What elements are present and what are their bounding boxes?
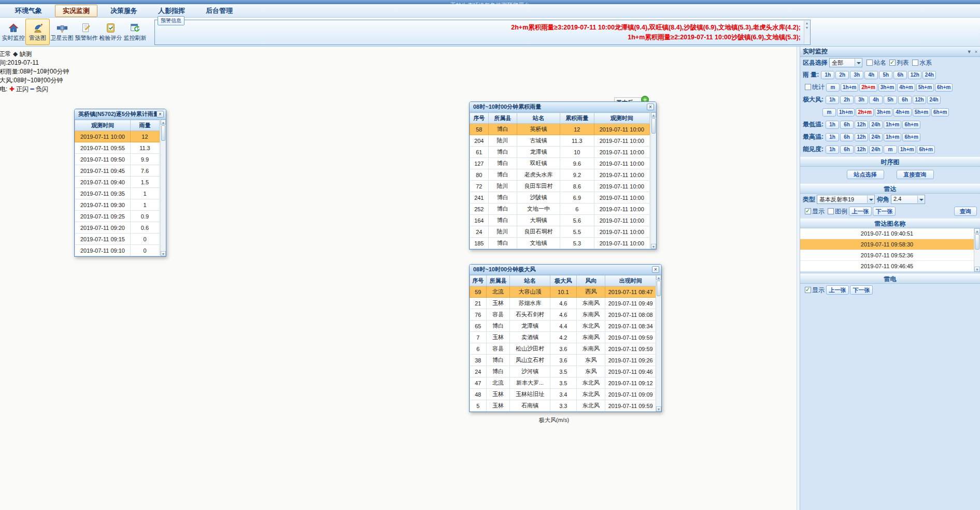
cell[interactable]: 东南风 (577, 298, 605, 309)
column-header[interactable]: 观测时间 (594, 113, 649, 124)
tmin-button-1h+m[interactable]: 1h+m (884, 121, 901, 129)
chevron-down-icon[interactable] (855, 59, 861, 66)
lightning-next-button[interactable]: 下一张 (850, 285, 873, 295)
cell[interactable]: 容县 (486, 309, 510, 320)
wind-button-6h[interactable]: 6h (898, 96, 912, 104)
wind-max-row[interactable]: 48玉林玉林站旧址3.4东北风2019-07-11 09:09 (470, 389, 656, 400)
wind-max-row[interactable]: 24博白沙河镇3.5东风2019-07-11 09:46 (470, 366, 656, 377)
timeseries-button[interactable]: 直接查询 (897, 170, 934, 179)
cell[interactable]: 47 (470, 377, 487, 389)
warnmake-button[interactable]: 预警制作 (74, 19, 98, 45)
cell[interactable]: 玉林站旧址 (510, 389, 550, 400)
cell[interactable]: 良田石垌村 (517, 226, 560, 238)
column-header[interactable]: 雨量 (130, 120, 159, 131)
wind-max-row[interactable]: 6容县松山沙田村3.6东南风2019-07-11 09:59 (470, 343, 656, 355)
wind-button-12h[interactable]: 12h (913, 96, 926, 104)
cell[interactable]: 2019-07-11 09:09 (605, 389, 656, 400)
cell[interactable]: 2019-07-11 08:34 (605, 320, 656, 332)
radar-show-checkbox[interactable] (805, 208, 811, 214)
cell[interactable]: 2019-07-11 09:12 (605, 377, 656, 389)
cell[interactable]: 2019-07-11 09:59 (605, 332, 656, 343)
cell[interactable]: 5 (470, 400, 487, 412)
cell[interactable]: 2019-07-11 09:55 (75, 142, 131, 154)
rain-sum-row[interactable]: 241博白沙陂镇6.92019-07-11 10:00 (470, 192, 650, 203)
cell[interactable]: 3.5 (550, 377, 576, 389)
panel-close-icon[interactable]: × (975, 49, 977, 54)
cell[interactable]: 2019-07-11 10:00 (594, 215, 649, 226)
cell[interactable]: 2019-07-11 10:00 (594, 238, 649, 249)
tmax-button-12h[interactable]: 12h (855, 133, 868, 141)
radar-image-item[interactable]: 2019-07-11 09:40:51 (800, 228, 974, 239)
wind-max-row[interactable]: 76容县石头石剑村4.6东南风2019-07-11 08:08 (470, 309, 656, 320)
cell[interactable]: 2019-07-11 09:15 (75, 234, 131, 245)
cell[interactable]: 3.4 (550, 389, 576, 400)
cell[interactable]: 玉林 (486, 298, 510, 309)
station-rain-window-titlebar[interactable]: 英桥镇(N5702)逐5分钟累计雨量 × (75, 109, 166, 120)
wind-max-row[interactable]: 7玉林卖酒镇4.2东南风2019-07-11 09:59 (470, 332, 656, 343)
cell[interactable]: 6 (560, 203, 594, 215)
cell[interactable]: 博白 (486, 366, 510, 377)
cell[interactable]: 38 (470, 355, 487, 366)
wind-max-row[interactable]: 59北流大容山顶10.1西风2019-07-11 08:47 (470, 286, 656, 298)
cell[interactable]: 博白 (486, 320, 510, 332)
scrollbar[interactable]: ▲▼ (656, 275, 661, 412)
cell[interactable]: 东北风 (577, 377, 605, 389)
visibility-button-1h[interactable]: 1h (826, 145, 839, 154)
cell[interactable]: 博白 (488, 158, 517, 169)
cell[interactable]: 2019-07-11 09:59 (605, 343, 656, 355)
rain-stat-button-5h+m[interactable]: 5h+m (916, 83, 934, 92)
radar-type-select[interactable]: 基本反射率19 (817, 195, 875, 204)
lightning-prev-button[interactable]: 上一张 (826, 285, 849, 295)
水系-checkbox[interactable] (912, 60, 918, 66)
visibility-button-m[interactable]: m (884, 145, 897, 154)
cell[interactable]: 2019-07-11 09:46 (605, 366, 656, 377)
cell[interactable]: 3.5 (550, 366, 576, 377)
cell[interactable]: 252 (470, 203, 489, 215)
cell[interactable]: 2019-07-11 08:47 (605, 286, 656, 298)
cell[interactable]: 58 (470, 124, 489, 135)
station-rain-row[interactable]: 2019-07-11 09:200.6 (75, 222, 160, 234)
rain-sum-row[interactable]: 204陆川古城镇11.32019-07-11 10:00 (470, 135, 650, 147)
rain-sum-row[interactable]: 252博白文地一中62019-07-11 10:00 (470, 203, 650, 215)
cell[interactable]: 2019-07-11 09:35 (75, 188, 131, 199)
rain-sum-row[interactable]: 185博白文地镇5.32019-07-11 10:00 (470, 238, 650, 249)
column-header[interactable]: 累积雨量 (560, 113, 594, 124)
cell[interactable]: 72 (470, 181, 489, 192)
tmax-button-1h[interactable]: 1h (826, 133, 839, 141)
rain-stat-button-3h+m[interactable]: 3h+m (878, 83, 896, 92)
wind-button-3h[interactable]: 3h (855, 96, 868, 104)
cell[interactable]: 5.3 (560, 238, 594, 249)
cell[interactable]: 双旺镇 (517, 158, 560, 169)
scroll-down-icon[interactable]: ▼ (974, 267, 980, 272)
scroll-up-icon[interactable]: ▲ (974, 228, 980, 234)
tmin-button-24h[interactable]: 24h (869, 121, 883, 129)
tmax-button-6h[interactable]: 6h (840, 133, 854, 141)
wind-button-4h[interactable]: 4h (869, 96, 883, 104)
cell[interactable]: 59 (470, 286, 487, 298)
cell[interactable]: 2019-07-11 09:25 (75, 211, 131, 222)
wind-stat-button-1h+m[interactable]: 1h+m (837, 108, 855, 116)
rain-button-5h[interactable]: 5h (879, 71, 892, 79)
cell[interactable]: 卖酒镇 (510, 332, 550, 343)
cell[interactable]: 2019-07-11 10:00 (594, 135, 649, 147)
scroll-thumb[interactable] (651, 118, 656, 134)
scroll-down-icon[interactable]: ▼ (651, 244, 656, 249)
cell[interactable]: 10 (560, 147, 594, 158)
cell[interactable]: 玉林 (486, 332, 510, 343)
cell[interactable]: 9.2 (560, 169, 594, 181)
tmax-button-24h[interactable]: 24h (869, 133, 883, 141)
cell[interactable]: 博白 (486, 355, 510, 366)
wind-stat-button-6h+m[interactable]: 6h+m (931, 108, 949, 116)
cell[interactable]: 文地一中 (517, 203, 560, 215)
scrollbar[interactable]: ▲▼ (160, 120, 166, 256)
station-rain-row[interactable]: 2019-07-11 09:509.9 (75, 154, 160, 165)
cell[interactable]: 76 (470, 309, 487, 320)
satellite-button[interactable]: 卫星云图 (50, 19, 74, 45)
scroll-thumb[interactable] (161, 125, 165, 141)
wind-stat-button-4h+m[interactable]: 4h+m (893, 108, 911, 116)
rain-stat-button-2h+m[interactable]: 2h+m (859, 83, 877, 92)
menu-tab-4[interactable]: 人影指挥 (150, 5, 193, 17)
cell[interactable]: 东南风 (577, 309, 605, 320)
rain-sum-window-titlebar[interactable]: 08时~10时00分钟累积雨量 × (470, 102, 656, 112)
radar-prev-button[interactable]: 上一张 (849, 207, 872, 216)
